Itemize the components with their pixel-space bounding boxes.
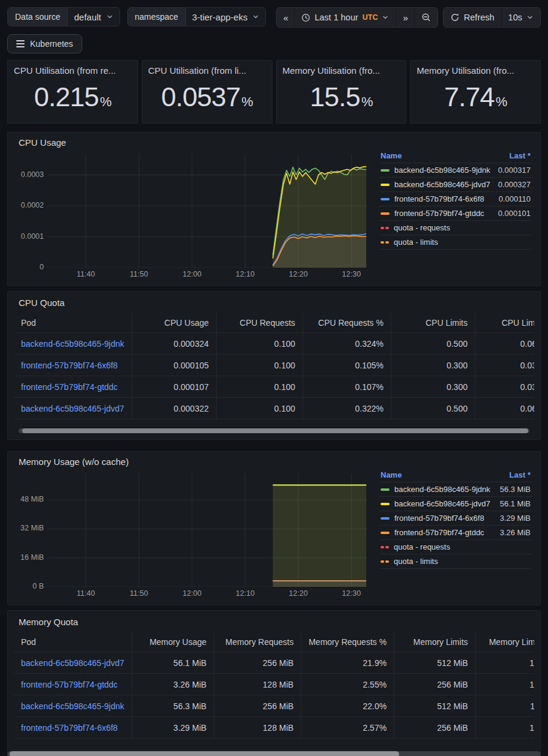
stat-value: 7.74%: [444, 83, 507, 110]
table-cell: 0.500: [391, 398, 475, 419]
y-axis-tick-label: 0 B: [14, 582, 44, 590]
column-header[interactable]: CPU Usage: [132, 313, 217, 333]
table-cell: 0.105%: [303, 355, 391, 376]
column-header[interactable]: CPU Requests: [216, 313, 303, 333]
kubernetes-button-label: Kubernetes: [30, 39, 73, 49]
page-horizontal-scrollbar[interactable]: [7, 751, 541, 756]
stat-value: 15.5%: [310, 83, 372, 110]
pod-link[interactable]: backend-6c5b98c465-9jdnk: [14, 333, 132, 355]
panel-title: Memory Quota: [14, 617, 534, 629]
x-axis-tick-label: 12:20: [284, 270, 313, 278]
column-header[interactable]: Memory Limits %: [475, 632, 534, 652]
clock-icon: [301, 13, 310, 22]
series-name: quota - limits: [394, 238, 531, 247]
series-name: backend-6c5b98c465-9jdnk: [394, 485, 495, 494]
pod-link[interactable]: frontend-57b79bf74-gtddc: [14, 674, 132, 695]
table-cell: 0.100: [216, 333, 303, 355]
table-row: frontend-57b79bf74-gtddc3.26 MiB128 MiB2…: [14, 674, 534, 695]
table-cell: 3.29 MiB: [132, 717, 214, 739]
time-range-picker[interactable]: Last 1 hour UTC: [294, 8, 396, 27]
namespace-value[interactable]: 3-tier-app-eks: [185, 8, 266, 26]
column-header[interactable]: Memory Limits: [394, 632, 475, 652]
series-name: backend-6c5b98c465-9jdnk: [394, 166, 493, 175]
pod-link[interactable]: backend-6c5b98c465-jdvd7: [14, 652, 132, 674]
legend-item[interactable]: frontend-57b79bf74-6x6f80.000110: [379, 191, 532, 206]
refresh-interval-select[interactable]: 10s: [501, 8, 540, 27]
series-color-icon: [381, 227, 389, 229]
stat-panels-row: CPU Utilisation (from re... 0.215% CPU U…: [7, 60, 541, 124]
horizontal-scrollbar[interactable]: [19, 428, 529, 433]
legend-item[interactable]: backend-6c5b98c465-jdvd70.000327: [379, 177, 532, 191]
series-name: frontend-57b79bf74-gtddc: [394, 209, 493, 218]
series-last-value: 0.000317: [498, 166, 531, 175]
y-axis-tick-label: 16 MiB: [14, 553, 44, 562]
column-header[interactable]: Memory Usage: [132, 632, 214, 652]
memory-quota-table: PodMemory UsageMemory RequestsMemory Req…: [14, 632, 534, 756]
legend-item[interactable]: quota - requests: [379, 220, 532, 235]
legend-item[interactable]: quota - limits: [379, 554, 532, 569]
legend-item[interactable]: quota - requests: [379, 539, 532, 554]
legend-name-header[interactable]: Name: [381, 151, 402, 160]
series-color-icon: [381, 488, 390, 491]
stat-panel-memory-requests[interactable]: Memory Utilisation (fro... 15.5%: [276, 60, 407, 124]
stat-title: Memory Utilisation (fro...: [417, 65, 534, 76]
table-cell: 256 MiB: [394, 674, 475, 695]
series-color-icon: [381, 184, 390, 186]
dashboard-links-row: Kubernetes: [7, 33, 541, 52]
data-source-picker[interactable]: Data source default: [7, 7, 120, 26]
legend-item[interactable]: frontend-57b79bf74-gtddc3.26 MiB: [379, 525, 532, 539]
pod-link[interactable]: backend-6c5b98c465-9jdnk: [14, 695, 132, 717]
series-color-icon: [381, 241, 389, 244]
table-cell: 2.57%: [301, 717, 394, 739]
series-last-value: 56.3 MiB: [500, 485, 531, 494]
namespace-picker[interactable]: namespace 3-tier-app-eks: [127, 7, 266, 26]
pod-link[interactable]: backend-6c5b98c465-jdvd7: [14, 398, 132, 419]
time-shift-back-button[interactable]: «: [277, 8, 294, 27]
x-axis-tick-label: 12:00: [178, 270, 206, 278]
legend-item[interactable]: backend-6c5b98c465-jdvd756.1 MiB: [379, 496, 532, 511]
legend-last-header[interactable]: Last *: [510, 470, 531, 479]
memory-usage-chart[interactable]: 0 B16 MiB32 MiB48 MiB11:4011:5012:0012:1…: [14, 469, 371, 600]
kubernetes-dashboards-button[interactable]: Kubernetes: [7, 34, 82, 53]
stat-panel-memory-limits[interactable]: Memory Utilisation (fro... 7.74%: [410, 60, 541, 124]
table-cell: 0.300: [391, 355, 475, 376]
table-cell: 0.324%: [303, 333, 391, 355]
y-axis-tick-label: 0.0003: [14, 170, 44, 179]
pod-link[interactable]: frontend-57b79bf74-gtddc: [14, 376, 132, 398]
stat-panel-cpu-requests[interactable]: CPU Utilisation (from re... 0.215%: [7, 60, 138, 124]
column-header[interactable]: Memory Requests %: [301, 632, 394, 652]
series-last-value: 3.26 MiB: [500, 528, 531, 537]
panel-title: CPU Quota: [14, 298, 534, 310]
stat-title: CPU Utilisation (from li...: [148, 65, 266, 76]
legend-item[interactable]: quota - limits: [379, 235, 532, 250]
column-header[interactable]: CPU Limits: [391, 313, 475, 333]
legend-item[interactable]: frontend-57b79bf74-gtddc0.000101: [379, 206, 532, 220]
cpu-usage-chart[interactable]: 00.00010.00020.000311:4011:5012:0012:101…: [14, 149, 371, 281]
zoom-out-button[interactable]: [414, 8, 438, 27]
data-source-value[interactable]: default: [67, 8, 119, 26]
legend-item[interactable]: frontend-57b79bf74-6x6f83.29 MiB: [379, 511, 532, 525]
table-cell: 1.29%: [475, 717, 534, 739]
column-header[interactable]: Pod: [14, 632, 132, 652]
legend-item[interactable]: backend-6c5b98c465-9jdnk56.3 MiB: [379, 482, 532, 496]
legend-name-header[interactable]: Name: [381, 470, 402, 479]
y-axis-tick-label: 0: [14, 263, 44, 271]
table-cell: 0.0349%: [475, 355, 534, 376]
pod-link[interactable]: frontend-57b79bf74-6x6f8: [14, 717, 132, 739]
time-shift-forward-button[interactable]: »: [396, 8, 414, 27]
series-name: backend-6c5b98c465-jdvd7: [394, 180, 493, 189]
series-name: quota - limits: [394, 557, 531, 566]
stat-panel-cpu-limits[interactable]: CPU Utilisation (from li... 0.0537%: [142, 60, 272, 124]
legend-last-header[interactable]: Last *: [510, 151, 531, 160]
table-cell: 0.000105: [132, 355, 217, 376]
refresh-button[interactable]: Refresh: [444, 8, 501, 27]
series-color-icon: [381, 517, 390, 520]
column-header[interactable]: Memory Requests: [214, 632, 301, 652]
column-header[interactable]: CPU Limits %: [475, 313, 534, 333]
pod-link[interactable]: frontend-57b79bf74-6x6f8: [14, 355, 132, 376]
legend-item[interactable]: backend-6c5b98c465-9jdnk0.000317: [379, 163, 532, 177]
zoom-out-icon: [421, 13, 431, 22]
chevron-down-icon: [526, 14, 534, 21]
column-header[interactable]: CPU Requests %: [303, 313, 391, 333]
column-header[interactable]: Pod: [14, 313, 132, 333]
